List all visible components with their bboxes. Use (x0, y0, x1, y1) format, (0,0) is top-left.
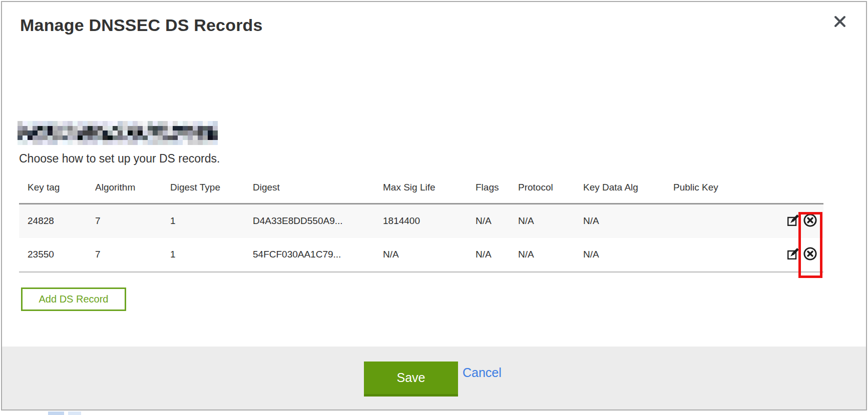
cell-key-tag: 23550 (19, 238, 87, 272)
cell-key-data-alg: N/A (575, 204, 665, 238)
cell-actions (775, 204, 823, 238)
cell-digest-type: 1 (162, 204, 244, 238)
cell-max-sig-life: 1814400 (374, 204, 467, 238)
cell-algorithm: 7 (87, 238, 162, 272)
edit-record-button[interactable] (786, 248, 799, 262)
cell-digest: D4A33E8DD550A9... (244, 204, 374, 238)
table-header-row: Key tag Algorithm Digest Type Digest Max… (19, 182, 823, 204)
edit-icon (786, 214, 799, 228)
cell-digest: 54FCF030AA1C79... (244, 238, 374, 272)
column-header-max-sig-life: Max Sig Life (374, 182, 467, 204)
column-header-key-data-alg: Key Data Alg (575, 182, 665, 204)
column-header-protocol: Protocol (510, 182, 575, 204)
column-header-digest-type: Digest Type (162, 182, 244, 204)
edit-record-button[interactable] (786, 214, 799, 228)
column-header-flags: Flags (467, 182, 510, 204)
cell-public-key (665, 204, 775, 238)
edit-icon (786, 248, 799, 262)
close-icon (834, 16, 846, 29)
column-header-algorithm: Algorithm (87, 182, 162, 204)
delete-record-button[interactable] (803, 213, 817, 229)
save-button[interactable]: Save (364, 362, 458, 396)
column-header-public-key: Public Key (665, 182, 775, 204)
cell-flags: N/A (467, 238, 510, 272)
table-row: 23550 7 1 54FCF030AA1C79... N/A N/A N/A … (19, 238, 823, 272)
cell-key-tag: 24828 (19, 204, 87, 238)
close-button[interactable] (831, 13, 849, 31)
column-header-actions (775, 182, 823, 204)
redacted-domain-name (18, 121, 218, 145)
page-title: Manage DNSSEC DS Records (20, 16, 263, 35)
instruction-text: Choose how to set up your DS records. (19, 152, 220, 166)
column-header-digest: Digest (244, 182, 374, 204)
cell-max-sig-life: N/A (374, 238, 467, 272)
cell-protocol: N/A (510, 238, 575, 272)
cancel-link[interactable]: Cancel (463, 366, 502, 380)
cell-key-data-alg: N/A (575, 238, 665, 272)
column-header-key-tag: Key tag (19, 182, 87, 204)
delete-record-button[interactable] (803, 246, 817, 262)
background-page-artifact (48, 412, 64, 415)
dialog-footer: Save Cancel (2, 346, 866, 410)
cell-public-key (665, 238, 775, 272)
cell-protocol: N/A (510, 204, 575, 238)
cell-algorithm: 7 (87, 204, 162, 238)
add-ds-record-button[interactable]: Add DS Record (21, 288, 126, 311)
circle-x-icon (803, 246, 817, 262)
cell-flags: N/A (467, 204, 510, 238)
table-row: 24828 7 1 D4A33E8DD550A9... 1814400 N/A … (19, 204, 823, 238)
circle-x-icon (803, 213, 817, 229)
cell-digest-type: 1 (162, 238, 244, 272)
background-page-artifact (68, 412, 81, 415)
cell-actions (775, 238, 823, 272)
ds-records-table: Key tag Algorithm Digest Type Digest Max… (19, 182, 823, 272)
page-behind-dialog (0, 410, 868, 415)
manage-dnssec-dialog: Manage DNSSEC DS Records Choose how to s… (1, 1, 867, 410)
